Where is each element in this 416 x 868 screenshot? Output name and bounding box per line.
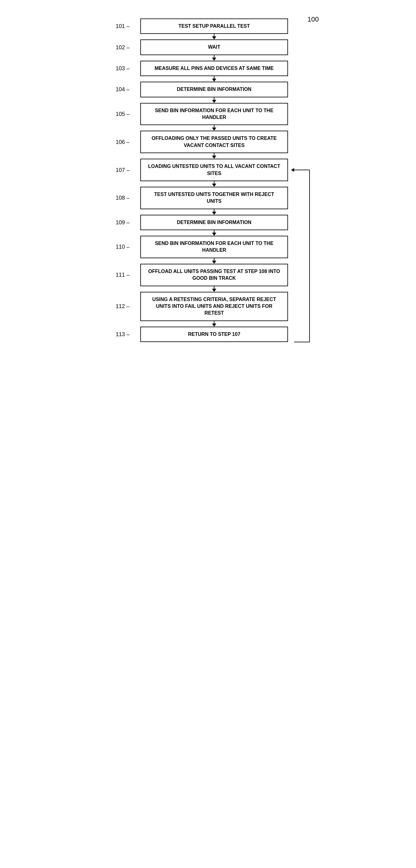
step-row-108: 108 – TEST UNTESTED UNITS TOGETHER WITH … (116, 187, 313, 209)
step-number-111: 111 – (116, 272, 130, 278)
arrowhead-102-103 (212, 58, 216, 61)
step-number-107: 107 – (116, 167, 130, 173)
step-number-113: 113 – (116, 331, 130, 338)
bottom-spacer (116, 342, 313, 351)
step-row-106: 106 – OFFLOADING ONLY THE PASSED UNITS T… (116, 131, 313, 153)
connector-105-106 (214, 125, 214, 128)
step-row-109: 109 – DETERMINE BIN INFORMATION (116, 215, 313, 230)
step-row-113: 113 – RETURN TO STEP 107 (116, 327, 313, 342)
arrowhead-111-112 (212, 289, 216, 292)
step-box-103: MEASURE ALL PINS AND DEVICES AT SAME TIM… (140, 61, 288, 76)
step-number-104: 104 – (116, 86, 130, 93)
step-box-106: OFFLOADING ONLY THE PASSED UNITS TO CREA… (140, 131, 288, 153)
connector-102-103 (214, 55, 214, 58)
step-row-112: 112 – USING A RETESTING CRITERIA, SEPARA… (116, 292, 313, 321)
step-row-107: 107 – LOADING UNTESTED UNITS TO ALL VACA… (116, 159, 313, 181)
step-box-113: RETURN TO STEP 107 (140, 327, 288, 342)
arrowhead-108-109 (212, 212, 216, 215)
step-box-109: DETERMINE BIN INFORMATION (140, 215, 288, 230)
step-number-105: 105 – (116, 111, 130, 117)
connector-104-105 (214, 97, 214, 100)
step-number-109: 109 – (116, 219, 130, 225)
step-box-101: TEST SETUP PARALLEL TEST (140, 19, 288, 34)
arrowhead-104-105 (212, 100, 216, 103)
arrowhead-107-108 (212, 184, 216, 187)
connector-106-107 (214, 153, 214, 156)
step-number-102: 102 – (116, 44, 130, 51)
connector-111-112 (214, 286, 214, 289)
step-box-110: SEND BIN INFORMATION FOR EACH UNIT TO TH… (140, 236, 288, 258)
step-box-104: DETERMINE BIN INFORMATION (140, 82, 288, 97)
arrowhead-112-113 (212, 323, 216, 327)
step-row-111: 111 – OFFLOAD ALL UNITS PASSING TEST AT … (116, 264, 313, 286)
step-number-112: 112 – (116, 303, 130, 310)
step-box-107: LOADING UNTESTED UNITS TO ALL VACANT CON… (140, 159, 288, 181)
connector-109-110 (214, 230, 214, 232)
flowchart: 101 – TEST SETUP PARALLEL TEST 102 – WAI… (91, 12, 325, 351)
step-box-108: TEST UNTESTED UNITS TOGETHER WITH REJECT… (140, 187, 288, 209)
connector-107-108 (214, 181, 214, 184)
step-row-101: 101 – TEST SETUP PARALLEL TEST (116, 19, 313, 34)
step-box-112: USING A RETESTING CRITERIA, SEPARATE REJ… (140, 292, 288, 321)
step-number-110: 110 – (116, 244, 130, 250)
step-row-104: 104 – DETERMINE BIN INFORMATION (116, 82, 313, 97)
step-row-103: 103 – MEASURE ALL PINS AND DEVICES AT SA… (116, 61, 313, 76)
connector-110-111 (214, 258, 214, 261)
step-row-105: 105 – SEND BIN INFORMATION FOR EACH UNIT… (116, 103, 313, 125)
arrowhead-106-107 (212, 156, 216, 159)
connector-112-113 (214, 321, 214, 323)
arrow-101-102 (214, 34, 214, 36)
step-number-106: 106 – (116, 139, 130, 145)
step-box-105: SEND BIN INFORMATION FOR EACH UNIT TO TH… (140, 103, 288, 125)
connector-103-104 (214, 76, 214, 79)
arrowhead-103-104 (212, 79, 216, 82)
step-box-111: OFFLOAD ALL UNITS PASSING TEST AT STEP 1… (140, 264, 288, 286)
arrowhead-101-102 (212, 36, 216, 39)
step-row-102: 102 – WAIT (116, 39, 313, 55)
arrowhead-110-111 (212, 261, 216, 264)
arrowhead-105-106 (212, 128, 216, 131)
step-row-110: 110 – SEND BIN INFORMATION FOR EACH UNIT… (116, 236, 313, 258)
step-box-102: WAIT (140, 39, 288, 55)
arrowhead-109-110 (212, 232, 216, 236)
step-number-103: 103 – (116, 65, 130, 71)
step-number-101: 101 – (116, 23, 130, 30)
connector-108-109 (214, 209, 214, 212)
diagram-container: 100 101 – TEST SETUP PARALLEL TEST 102 –… (91, 12, 325, 351)
step-number-108: 108 – (116, 195, 130, 201)
loop-region: 107 – LOADING UNTESTED UNITS TO ALL VACA… (116, 153, 313, 351)
